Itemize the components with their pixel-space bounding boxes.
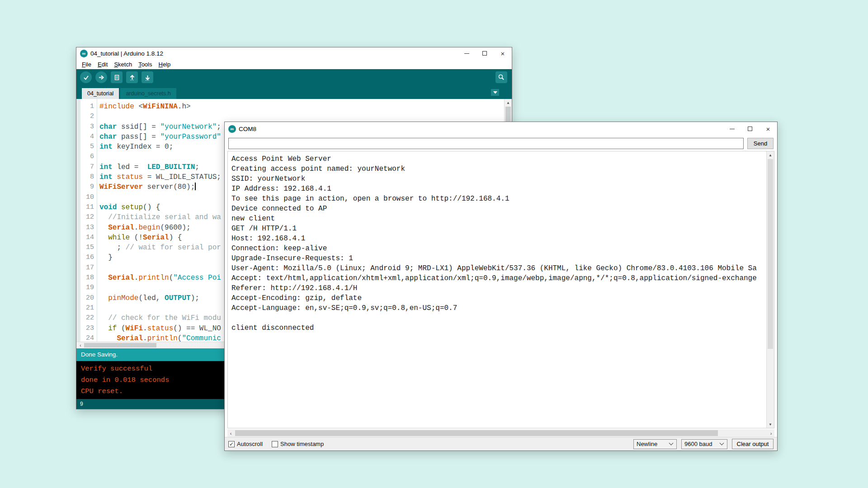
line-number: 15 <box>76 243 94 253</box>
arduino-logo-icon: ∞ <box>80 50 88 57</box>
ide-menubar: File Edit Sketch Tools Help <box>76 59 512 69</box>
serial-horizontal-scrollbar[interactable]: ‹ › <box>227 429 774 437</box>
ide-maximize-button[interactable] <box>476 47 494 59</box>
serial-close-button[interactable]: × <box>759 122 777 136</box>
tab-list-button[interactable] <box>491 89 499 96</box>
serial-output-area[interactable]: Access Point Web ServerCreating access p… <box>227 151 774 428</box>
line-number: 9 <box>76 182 94 192</box>
autoscroll-checkbox[interactable]: ✓ <box>228 441 235 447</box>
ide-toolbar <box>76 69 512 85</box>
serial-output-line: IP Address: 192.168.4.1 <box>231 184 766 194</box>
baud-rate-select[interactable]: 9600 baud <box>681 439 727 449</box>
serial-minimize-button[interactable] <box>723 122 741 136</box>
serial-output-line: new client <box>231 214 766 224</box>
editor-hscroll-thumb[interactable] <box>84 343 156 347</box>
menu-sketch[interactable]: Sketch <box>111 61 135 68</box>
line-number: 20 <box>76 293 94 303</box>
serial-output-line: Device connected to AP <box>231 204 766 214</box>
chevron-down-icon <box>720 441 724 446</box>
right-arrow-icon <box>98 74 105 81</box>
serial-bottom-bar: ✓ Autoscroll ✓ Show timestamp Newline 96… <box>225 437 777 450</box>
serial-output-line: Accept-Language: en,sv-SE;q=0.9,sv;q=0.8… <box>231 303 766 313</box>
serial-maximize-button[interactable] <box>741 122 759 136</box>
line-number: 5 <box>76 142 94 152</box>
timestamp-option[interactable]: ✓ Show timestamp <box>272 441 324 447</box>
menu-edit[interactable]: Edit <box>94 61 111 68</box>
menu-file[interactable]: File <box>79 61 94 68</box>
serial-output-line: Accept: text/html,application/xhtml+xml,… <box>231 273 766 283</box>
serial-hscroll-thumb[interactable] <box>235 430 718 436</box>
magnifier-icon <box>498 74 505 81</box>
code-line: #include <WiFiNINA.h> <box>99 102 504 112</box>
close-icon: × <box>766 126 770 132</box>
line-number: 22 <box>76 313 94 323</box>
minimize-icon <box>730 129 735 129</box>
clear-output-button[interactable]: Clear output <box>732 439 774 449</box>
scroll-right-icon[interactable]: › <box>768 429 774 437</box>
timestamp-checkbox[interactable]: ✓ <box>272 441 278 447</box>
ide-close-button[interactable]: × <box>494 47 512 59</box>
line-number-gutter: 123456789101112131415161718192021222324 <box>76 99 97 348</box>
serial-monitor-button[interactable] <box>495 71 507 83</box>
serial-output-line <box>231 313 766 323</box>
ide-tabbar: 04_tutorial arduino_secrets.h <box>76 85 512 99</box>
check-icon <box>83 74 90 81</box>
line-number: 16 <box>76 253 94 263</box>
serial-output-line: Connection: keep-alive <box>231 244 766 253</box>
serial-output-line: Access Point Web Server <box>231 154 766 164</box>
serial-titlebar[interactable]: ∞ COM8 × <box>225 122 777 136</box>
up-arrow-icon <box>129 74 136 81</box>
line-number: 21 <box>76 303 94 313</box>
ide-minimize-button[interactable] <box>458 47 476 59</box>
scroll-down-icon[interactable]: ▼ <box>767 421 774 428</box>
upload-button[interactable] <box>95 71 107 83</box>
scroll-left-icon[interactable]: ‹ <box>77 342 84 348</box>
checkmark-icon: ✓ <box>229 441 234 447</box>
serial-output-line: Referer: http://192.168.4.1/H <box>231 283 766 293</box>
line-number: 8 <box>76 172 94 182</box>
serial-send-input[interactable] <box>228 138 744 149</box>
status-message: Done Saving. <box>81 351 118 358</box>
cursor-line-indicator: 9 <box>80 401 83 407</box>
close-icon: × <box>501 50 505 57</box>
document-icon <box>113 74 120 81</box>
tab-04-tutorial[interactable]: 04_tutorial <box>82 88 119 99</box>
down-arrow-icon <box>144 74 151 81</box>
scroll-up-icon[interactable]: ▲ <box>767 151 774 159</box>
scroll-up-icon[interactable]: ▲ <box>505 99 512 106</box>
ide-titlebar[interactable]: ∞ 04_tutorial | Arduino 1.8.12 × <box>76 47 512 59</box>
scroll-left-icon[interactable]: ‹ <box>227 429 234 437</box>
maximize-icon <box>748 127 752 131</box>
serial-monitor-window: ∞ COM8 × Send Access Point Web ServerCre… <box>224 122 778 451</box>
menu-tools[interactable]: Tools <box>135 61 155 68</box>
serial-output-line: User-Agent: Mozilla/5.0 (Linux; Android … <box>231 263 766 273</box>
line-number: 19 <box>76 283 94 293</box>
line-number: 6 <box>76 152 94 162</box>
line-number: 13 <box>76 223 94 233</box>
line-number: 14 <box>76 233 94 243</box>
line-number: 4 <box>76 132 94 142</box>
line-number: 17 <box>76 263 94 273</box>
autoscroll-label: Autoscroll <box>237 441 263 447</box>
line-number: 10 <box>76 192 94 202</box>
line-number: 11 <box>76 202 94 212</box>
save-sketch-button[interactable] <box>142 71 153 83</box>
new-sketch-button[interactable] <box>111 71 123 83</box>
line-number: 23 <box>76 324 94 333</box>
serial-vertical-scrollbar[interactable]: ▲ ▼ <box>766 151 774 428</box>
line-number: 1 <box>76 102 94 112</box>
serial-vscroll-thumb[interactable] <box>768 159 773 349</box>
send-button[interactable]: Send <box>747 138 774 149</box>
serial-output-line: GET /H HTTP/1.1 <box>231 224 766 234</box>
serial-window-title: COM8 <box>239 126 256 132</box>
minimize-icon <box>464 53 469 54</box>
line-ending-select[interactable]: Newline <box>633 439 677 449</box>
menu-help[interactable]: Help <box>155 61 174 68</box>
serial-output-line: SSID: yourNetwork <box>231 174 766 184</box>
verify-button[interactable] <box>80 71 92 83</box>
serial-output-line: client disconnected <box>231 323 766 333</box>
line-number: 2 <box>76 112 94 122</box>
open-sketch-button[interactable] <box>126 71 138 83</box>
autoscroll-option[interactable]: ✓ Autoscroll <box>228 441 263 447</box>
tab-arduino-secrets[interactable]: arduino_secrets.h <box>120 88 176 99</box>
